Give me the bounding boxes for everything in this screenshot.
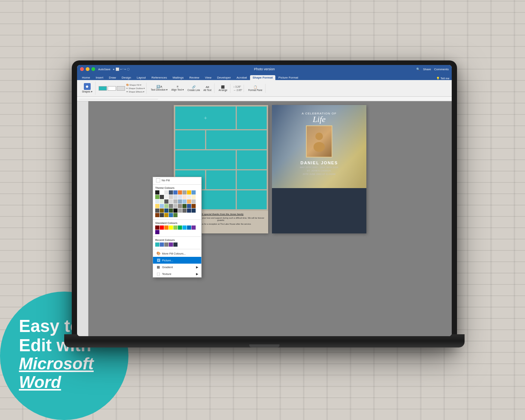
- close-button[interactable]: [80, 67, 84, 71]
- shape-effects-btn[interactable]: ✦ Shape Effects ▾: [126, 90, 145, 93]
- tab-acrobat[interactable]: Acrobat: [234, 75, 250, 80]
- maximize-button[interactable]: [91, 67, 95, 71]
- color-swatch[interactable]: [173, 208, 178, 213]
- color-swatch[interactable]: [160, 195, 164, 199]
- minimize-button[interactable]: [86, 67, 90, 71]
- color-swatch[interactable]: [182, 204, 187, 208]
- color-swatch[interactable]: [155, 195, 159, 199]
- color-swatch[interactable]: [173, 204, 178, 208]
- height-input[interactable]: ↕ 3.26": [233, 85, 242, 88]
- color-swatch[interactable]: [182, 208, 187, 213]
- color-swatch[interactable]: [169, 190, 173, 195]
- color-swatch[interactable]: [155, 225, 159, 230]
- color-swatch[interactable]: [187, 195, 191, 199]
- color-swatch[interactable]: [164, 195, 168, 199]
- color-swatch[interactable]: [191, 208, 196, 213]
- tab-picture-format[interactable]: Picture Format: [276, 75, 301, 80]
- color-swatch[interactable]: [191, 225, 196, 230]
- style-swatch-1[interactable]: [99, 86, 107, 91]
- comments-button[interactable]: Comments: [434, 68, 449, 71]
- color-swatch[interactable]: [169, 213, 173, 217]
- tab-shape-format[interactable]: Shape Format: [250, 75, 275, 80]
- color-swatch[interactable]: [169, 199, 173, 204]
- color-swatch[interactable]: [155, 208, 159, 213]
- color-swatch[interactable]: [160, 213, 164, 217]
- photo-cell[interactable]: [237, 190, 267, 209]
- no-fill-option[interactable]: No Fill: [153, 177, 201, 184]
- tab-mailings[interactable]: Mailings: [170, 75, 186, 80]
- alt-text-btn[interactable]: Alt Alt Text: [202, 85, 213, 92]
- create-link-btn[interactable]: 🔗 Create Link: [186, 85, 201, 92]
- color-swatch[interactable]: [187, 204, 191, 208]
- color-swatch[interactable]: [182, 199, 187, 204]
- color-swatch[interactable]: [155, 204, 159, 208]
- color-swatch[interactable]: [164, 225, 168, 230]
- tab-references[interactable]: References: [149, 75, 170, 80]
- color-swatch[interactable]: [155, 190, 159, 195]
- share-button[interactable]: Share: [423, 68, 431, 71]
- color-swatch[interactable]: [160, 190, 164, 195]
- format-pane-btn[interactable]: 📋 Format Pane: [247, 85, 264, 92]
- photo-cell[interactable]: [175, 130, 205, 149]
- shapes-button[interactable]: ⬟ Shapes ▾: [81, 82, 94, 94]
- color-swatch[interactable]: [169, 225, 173, 230]
- color-swatch[interactable]: [187, 199, 191, 204]
- color-swatch[interactable]: [178, 208, 182, 213]
- color-swatch[interactable]: [160, 242, 164, 247]
- picture-option[interactable]: 🖼 Picture...: [153, 257, 201, 264]
- photo-cell[interactable]: [206, 130, 267, 149]
- photo-cell[interactable]: [237, 107, 267, 129]
- color-swatch[interactable]: [178, 190, 182, 195]
- color-swatch[interactable]: [187, 208, 191, 213]
- more-colors-option[interactable]: 🎨 More Fill Colours...: [153, 250, 201, 257]
- photo-cell[interactable]: [237, 170, 267, 189]
- color-swatch[interactable]: [160, 199, 164, 204]
- color-swatch[interactable]: [173, 242, 178, 247]
- color-swatch[interactable]: [191, 195, 196, 199]
- color-swatch[interactable]: [191, 204, 196, 208]
- shape-outline-btn[interactable]: ✏ Shape Outline ▾: [126, 87, 145, 90]
- color-swatch[interactable]: [160, 225, 164, 230]
- color-swatch[interactable]: [178, 225, 182, 230]
- tab-design[interactable]: Design: [119, 75, 134, 80]
- color-swatch[interactable]: [155, 199, 159, 204]
- photo-cell[interactable]: [206, 170, 236, 189]
- photo-cell[interactable]: +: [175, 107, 236, 129]
- color-swatch[interactable]: [160, 204, 164, 208]
- color-swatch[interactable]: [155, 242, 159, 247]
- gradient-option[interactable]: ▦ Gradient ▶: [153, 264, 201, 270]
- color-swatch[interactable]: [173, 225, 178, 230]
- shape-fill-btn[interactable]: 🎨 Shape Fill ▾: [126, 83, 145, 86]
- style-swatch-2[interactable]: [108, 86, 116, 91]
- text-direction-btn[interactable]: ⬆️A Text Direction ▾: [150, 84, 169, 92]
- color-swatch[interactable]: [164, 190, 168, 195]
- color-swatch[interactable]: [182, 190, 187, 195]
- color-swatch[interactable]: [164, 213, 168, 217]
- color-swatch[interactable]: [173, 213, 178, 217]
- photo-cell[interactable]: [237, 150, 267, 169]
- tab-view[interactable]: View: [202, 75, 214, 80]
- color-swatch[interactable]: [191, 199, 196, 204]
- align-text-btn[interactable]: ≡ Align Text ▾: [170, 84, 185, 92]
- color-swatch[interactable]: [191, 190, 196, 195]
- color-swatch[interactable]: [173, 195, 178, 199]
- color-swatch[interactable]: [173, 190, 178, 195]
- color-swatch[interactable]: [169, 195, 173, 199]
- color-swatch[interactable]: [164, 242, 168, 247]
- tab-insert[interactable]: Insert: [93, 75, 106, 80]
- color-swatch[interactable]: [155, 230, 159, 234]
- color-swatch[interactable]: [169, 242, 173, 247]
- color-swatch[interactable]: [187, 225, 191, 230]
- color-swatch[interactable]: [182, 225, 187, 230]
- color-swatch[interactable]: [169, 208, 173, 213]
- tab-draw[interactable]: Draw: [106, 75, 119, 80]
- texture-option[interactable]: ⬚ Texture ▶: [153, 270, 201, 277]
- color-swatch[interactable]: [164, 199, 168, 204]
- color-swatch[interactable]: [178, 195, 182, 199]
- tab-developer[interactable]: Developer: [215, 75, 233, 80]
- color-swatch[interactable]: [169, 204, 173, 208]
- color-swatch[interactable]: [182, 195, 187, 199]
- search-button[interactable]: 🔍: [416, 68, 420, 71]
- color-swatch[interactable]: [164, 204, 168, 208]
- arrange-btn[interactable]: ⬛ Arrange: [218, 85, 229, 92]
